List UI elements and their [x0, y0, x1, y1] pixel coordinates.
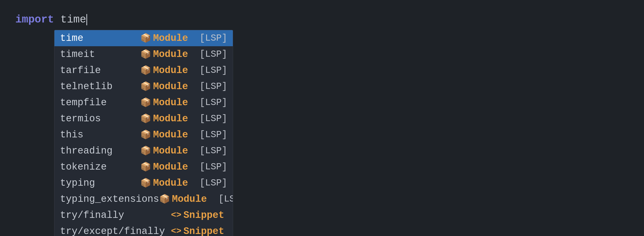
item-type: 📦 Module: [140, 178, 197, 188]
autocomplete-dropdown[interactable]: time📦 Module[LSP]timeit📦 Module[LSP]tarf…: [54, 30, 233, 236]
item-type: 📦 Module: [159, 194, 215, 205]
item-source: [LSP]: [197, 129, 227, 140]
item-name: typing: [60, 178, 140, 188]
module-icon: 📦: [140, 97, 151, 108]
module-icon: 📦: [140, 145, 151, 156]
item-name: time: [60, 33, 140, 44]
code-line: import time: [15, 10, 629, 29]
autocomplete-item[interactable]: typing_extensions📦 Module[LSP]: [54, 191, 233, 207]
autocomplete-item[interactable]: telnetlib📦 Module[LSP]: [54, 78, 233, 95]
item-name: try/except/finally: [60, 226, 171, 236]
item-type: 📦 Module: [140, 145, 197, 156]
item-name: threading: [60, 145, 140, 156]
module-icon: 📦: [140, 113, 151, 124]
autocomplete-item[interactable]: time📦 Module[LSP]: [54, 30, 233, 46]
typed-text: time: [54, 12, 87, 27]
item-name: termios: [60, 113, 140, 124]
item-source: [LSP]: [197, 97, 227, 108]
item-name: try/finally: [60, 210, 171, 221]
module-icon: 📦: [140, 81, 151, 92]
item-type: 📦 Module: [140, 33, 197, 44]
item-name: tempfile: [60, 97, 140, 108]
item-source: [LSP]: [197, 65, 227, 76]
item-type: 📦 Module: [140, 113, 197, 124]
item-source: [LSP]: [197, 162, 227, 172]
item-type: <> Snippet: [171, 210, 227, 221]
autocomplete-item[interactable]: threading📦 Module[LSP]: [54, 143, 233, 159]
autocomplete-item[interactable]: timeit📦 Module[LSP]: [54, 46, 233, 62]
item-type: 📦 Module: [140, 97, 197, 108]
autocomplete-item[interactable]: typing📦 Module[LSP]: [54, 175, 233, 191]
item-type: <> Snippet: [171, 226, 227, 236]
item-source: [LSP]: [197, 33, 227, 43]
autocomplete-item[interactable]: try/finally<> Snippet: [54, 207, 233, 223]
item-source: [LSP]: [197, 49, 227, 60]
item-name: timeit: [60, 49, 140, 60]
autocomplete-item[interactable]: this📦 Module[LSP]: [54, 127, 233, 143]
item-type: 📦 Module: [140, 129, 197, 140]
autocomplete-item[interactable]: tokenize📦 Module[LSP]: [54, 159, 233, 175]
module-icon: 📦: [140, 65, 151, 76]
item-name: telnetlib: [60, 81, 140, 92]
item-source: [LSP]: [197, 113, 227, 124]
item-type: 📦 Module: [140, 81, 197, 92]
snippet-icon: <>: [171, 226, 181, 236]
item-source: [LSP]: [197, 81, 227, 92]
module-icon: 📦: [140, 129, 151, 140]
autocomplete-item[interactable]: termios📦 Module[LSP]: [54, 111, 233, 127]
item-name: this: [60, 129, 140, 140]
module-icon: 📦: [159, 194, 170, 204]
item-source: [LSP]: [215, 194, 233, 204]
item-source: [LSP]: [197, 178, 227, 188]
item-type: 📦 Module: [140, 65, 197, 76]
snippet-icon: <>: [171, 210, 181, 220]
item-name: tokenize: [60, 161, 140, 172]
import-keyword: import: [15, 12, 54, 27]
editor-container: import time time📦 Module[LSP]timeit📦 Mod…: [15, 10, 629, 236]
autocomplete-item[interactable]: tarfile📦 Module[LSP]: [54, 62, 233, 78]
module-icon: 📦: [140, 178, 151, 188]
item-type: 📦 Module: [140, 161, 197, 172]
item-name: tarfile: [60, 65, 140, 76]
autocomplete-item[interactable]: tempfile📦 Module[LSP]: [54, 95, 233, 111]
autocomplete-item[interactable]: try/except/finally<> Snippet: [54, 223, 233, 236]
item-type: 📦 Module: [140, 49, 197, 60]
item-source: [LSP]: [197, 146, 227, 156]
module-icon: 📦: [140, 49, 151, 60]
item-name: typing_extensions: [60, 194, 159, 205]
module-icon: 📦: [140, 161, 151, 172]
text-cursor: [86, 14, 87, 25]
module-icon: 📦: [140, 33, 151, 43]
